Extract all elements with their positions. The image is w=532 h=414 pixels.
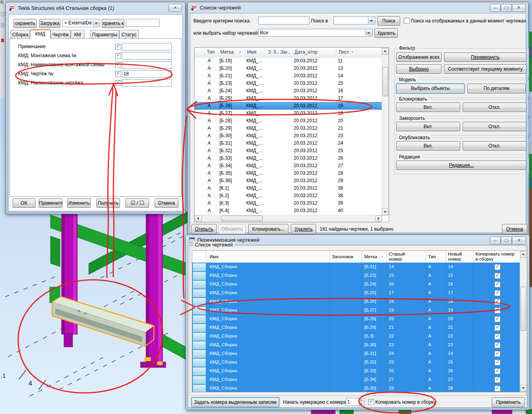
- field-input[interactable]: 18: [122, 70, 172, 78]
- vertical-scrollbar[interactable]: [382, 48, 389, 216]
- close-icon[interactable]: ✕: [512, 4, 526, 12]
- horizontal-scrollbar[interactable]: [195, 215, 382, 222]
- search-button[interactable]: Поиск: [377, 16, 400, 26]
- copy-number-checkbox[interactable]: [495, 342, 500, 348]
- publish-on-button[interactable]: Вкл.: [396, 141, 460, 151]
- copy-number-checkbox[interactable]: [495, 334, 500, 339]
- scroll-left-icon[interactable]: [195, 215, 202, 222]
- renumber-row-[Б.27][interactable]: КМД_Сборка[Б.27]19A19: [192, 306, 521, 315]
- apply-button[interactable]: Применить: [492, 397, 525, 407]
- scroll-right-icon[interactable]: [375, 215, 382, 222]
- row-header-cell[interactable]: [193, 298, 206, 306]
- copy-number-checkbox[interactable]: [495, 316, 500, 322]
- copy-number-checkbox[interactable]: [495, 377, 500, 383]
- field-input[interactable]: [122, 61, 172, 69]
- minimize-icon[interactable]: –: [490, 4, 501, 12]
- row-header-cell[interactable]: [193, 358, 206, 367]
- row-header-cell[interactable]: [193, 367, 206, 376]
- close-icon[interactable]: ✕: [169, 4, 182, 12]
- apply-button[interactable]: Применить: [39, 198, 62, 208]
- scroll-down-icon[interactable]: [382, 209, 388, 215]
- assign-numbers-button[interactable]: Задать номера выделенным записям: [191, 397, 279, 407]
- minimize-icon[interactable]: –: [490, 237, 501, 244]
- freeze-on-button[interactable]: Вкл.: [396, 122, 460, 131]
- col-sheet[interactable]: Лист: [339, 49, 349, 55]
- close-icon[interactable]: ✕: [512, 237, 526, 244]
- renumber-row-[Б.26][interactable]: КМД_Сборка[Б.26]18A18: [192, 297, 521, 306]
- row-header-cell[interactable]: [193, 332, 206, 341]
- open-button[interactable]: Открыть: [191, 224, 217, 234]
- scroll-up-icon[interactable]: [520, 251, 526, 258]
- field-checkbox[interactable]: [115, 71, 121, 77]
- field-checkbox[interactable]: [115, 80, 121, 86]
- cancel-button[interactable]: Отмена: [502, 224, 527, 234]
- drawing-row-[Б.35][interactable]: A[Б.35]КМД_...20.03.201228: [195, 170, 389, 177]
- renumber-titlebar[interactable]: Перенумирация чертежей – ▢ ✕: [186, 235, 529, 245]
- col-z1[interactable]: З: [268, 49, 271, 55]
- ok-button[interactable]: OK: [13, 198, 36, 208]
- field-input[interactable]: [122, 79, 172, 87]
- field-input[interactable]: [122, 43, 172, 50]
- select-objects-button[interactable]: Выбрать объекты: [396, 83, 465, 94]
- drawing-row-[Б.21][interactable]: A[Б.21]КМД_...20.03.201214: [195, 72, 389, 80]
- col-mark[interactable]: Метка: [220, 49, 234, 55]
- dropdown-button[interactable]: [368, 17, 375, 24]
- row-header-cell[interactable]: [193, 384, 206, 392]
- lock-off-button[interactable]: Откл.: [463, 103, 526, 112]
- drawing-set-combobox[interactable]: Все: [258, 29, 373, 37]
- drawing-table-header[interactable]: Тип Метка ▲ Имя З З.. Заг... Дата_отпр Л…: [195, 48, 382, 58]
- drawing-row-[Б.19][interactable]: A[Б.19]КМД_...20.03.201211: [195, 57, 389, 65]
- field-checkbox[interactable]: [115, 62, 121, 68]
- renumber-row-[Б.31][interactable]: КМД_Сборка[Б.31]24A24: [192, 349, 521, 358]
- drawing-list-titlebar[interactable]: Список чертежей – ▢ ✕: [188, 2, 528, 13]
- vertical-scrollbar[interactable]: [520, 251, 527, 392]
- renumber-row-[Б.30][interactable]: КМД_Сборка[Б.30]23A23: [192, 341, 521, 350]
- update-button[interactable]: Обновить: [218, 224, 246, 234]
- modify-button[interactable]: Изменить: [67, 198, 91, 208]
- drawing-row-[Б.31][interactable]: A[Б.31]КМД_...20.03.201224: [195, 140, 389, 147]
- copy-number-checkbox[interactable]: [495, 386, 500, 392]
- maximize-icon[interactable]: ▢: [501, 237, 512, 244]
- toolbar-icon[interactable]: [1, 12, 5, 16]
- copy-number-checkbox[interactable]: [495, 299, 500, 305]
- drawing-row-[Б.28][interactable]: A[Б.28]КМД_...20.03.201220: [195, 117, 389, 125]
- field-checkbox[interactable]: [115, 44, 121, 50]
- get-button[interactable]: Получить: [96, 198, 120, 208]
- drawing-row-[К.3][interactable]: A[К.3]КМД_...20.03.201239: [195, 200, 389, 207]
- drawing-row-[Б.30][interactable]: A[Б.30]КМД_...20.03.201223: [195, 132, 389, 140]
- drawing-row-[К.2][interactable]: A[К.2]КМД_...20.03.201238: [195, 192, 389, 200]
- delete-set-button[interactable]: Удалить: [375, 28, 398, 38]
- drawing-row-[Б.36][interactable]: A[Б.36]КМД_...20.03.201229: [195, 177, 389, 185]
- copy-number-checkbox[interactable]: [368, 399, 374, 405]
- renumber-row-[Б.35][interactable]: КМД_Сборка[Б.35]28A28: [192, 384, 521, 392]
- field-checkbox[interactable]: [115, 53, 121, 59]
- copy-number-checkbox[interactable]: [495, 282, 500, 287]
- drawing-row-[Б.25][interactable]: A[Б.25]КМД_...20.03.201217: [195, 95, 389, 102]
- toggle-checkboxes-button[interactable]: ☑ / ☐: [126, 198, 149, 208]
- row-header-cell[interactable]: [193, 376, 206, 384]
- drawing-row-[Б.29][interactable]: A[Б.29]КМД_...20.03.201221: [195, 125, 389, 132]
- maximize-icon[interactable]: ▢: [501, 4, 512, 12]
- copy-number-checkbox[interactable]: [495, 290, 500, 296]
- row-header-cell[interactable]: [193, 280, 206, 289]
- delete-button[interactable]: Удалить: [291, 224, 316, 234]
- search-input[interactable]: [258, 17, 309, 24]
- copy-number-checkbox[interactable]: [495, 360, 500, 366]
- renumber-row-[Б.24][interactable]: КМД_Сборка[Б.24]16A16: [192, 280, 521, 289]
- renumber-row-[Б.25][interactable]: КМД_Сборка[Б.25]17A17: [192, 289, 521, 298]
- lock-on-button[interactable]: Вкл.: [396, 103, 460, 112]
- scrollbar-thumb[interactable]: [221, 216, 263, 221]
- scrollbar-thumb[interactable]: [521, 287, 526, 331]
- row-header-cell[interactable]: [193, 272, 206, 280]
- matches-current-button[interactable]: Соответствует текущему моменту: [444, 64, 526, 74]
- col-zag[interactable]: Заг...: [280, 49, 291, 55]
- clone-button[interactable]: Клонировать...: [248, 224, 288, 234]
- row-header-cell[interactable]: [193, 315, 206, 324]
- selected-filter-button[interactable]: Выбрано: [396, 64, 442, 74]
- dropdown-button[interactable]: [365, 30, 372, 36]
- publish-off-button[interactable]: Откл.: [463, 141, 526, 151]
- renumber-row-[Б.29][interactable]: КМД_Сборка[Б.29]21A21: [192, 323, 521, 332]
- row-header-cell[interactable]: [193, 263, 206, 272]
- drawing-row-[Б.33][interactable]: A[Б.33]КМД_...20.03.201226: [195, 155, 389, 162]
- row-header-cell[interactable]: [193, 341, 206, 350]
